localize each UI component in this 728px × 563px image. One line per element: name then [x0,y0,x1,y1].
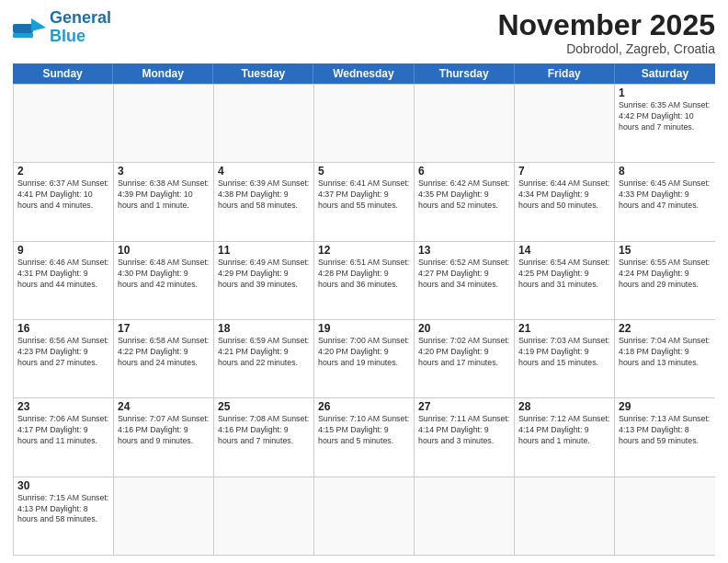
calendar-cell-4-6: 29Sunrise: 7:13 AM Sunset: 4:13 PM Dayli… [615,398,715,476]
month-year: November 2025 [497,9,715,41]
cell-sun-info: Sunrise: 6:48 AM Sunset: 4:30 PM Dayligh… [118,258,210,291]
calendar-cell-2-0: 9Sunrise: 6:46 AM Sunset: 4:31 PM Daylig… [14,242,114,319]
calendar-row-2: 9Sunrise: 6:46 AM Sunset: 4:31 PM Daylig… [14,242,715,320]
cell-day-number: 15 [619,244,711,257]
cell-sun-info: Sunrise: 6:59 AM Sunset: 4:21 PM Dayligh… [218,336,310,369]
weekday-tuesday: Tuesday [213,63,313,84]
calendar-cell-1-1: 3Sunrise: 6:38 AM Sunset: 4:39 PM Daylig… [114,163,214,240]
cell-sun-info: Sunrise: 6:55 AM Sunset: 4:24 PM Dayligh… [619,258,711,291]
calendar-row-1: 2Sunrise: 6:37 AM Sunset: 4:41 PM Daylig… [14,163,715,241]
cell-sun-info: Sunrise: 7:07 AM Sunset: 4:16 PM Dayligh… [118,414,210,447]
cell-day-number: 26 [318,400,410,413]
calendar-cell-0-6: 1Sunrise: 6:35 AM Sunset: 4:42 PM Daylig… [615,85,715,162]
cell-day-number: 9 [17,244,109,257]
cell-sun-info: Sunrise: 6:42 AM Sunset: 4:35 PM Dayligh… [418,178,510,212]
calendar-cell-5-2 [214,477,314,555]
cell-sun-info: Sunrise: 7:13 AM Sunset: 4:13 PM Dayligh… [619,414,711,447]
cell-sun-info: Sunrise: 7:03 AM Sunset: 4:19 PM Dayligh… [518,336,610,369]
logo-icon [13,15,46,40]
calendar-cell-2-4: 13Sunrise: 6:52 AM Sunset: 4:27 PM Dayli… [415,242,515,319]
calendar-cell-0-4 [415,85,515,162]
calendar-cell-5-6 [615,477,715,555]
logo-blue: Blue [50,27,85,45]
calendar-cell-5-1 [114,477,214,555]
calendar-cell-1-2: 4Sunrise: 6:39 AM Sunset: 4:38 PM Daylig… [214,163,314,240]
cell-day-number: 29 [619,400,711,413]
cell-sun-info: Sunrise: 6:51 AM Sunset: 4:28 PM Dayligh… [318,258,410,291]
calendar-cell-5-3 [314,477,415,555]
calendar-cell-5-0: 30Sunrise: 7:15 AM Sunset: 4:13 PM Dayli… [14,477,114,555]
cell-day-number: 18 [218,322,310,335]
cell-day-number: 13 [418,244,510,257]
cell-sun-info: Sunrise: 6:41 AM Sunset: 4:37 PM Dayligh… [318,178,410,212]
cell-day-number: 1 [619,86,711,99]
cell-day-number: 23 [17,400,109,413]
cell-day-number: 25 [218,400,310,413]
cell-day-number: 24 [118,400,210,413]
cell-sun-info: Sunrise: 6:49 AM Sunset: 4:29 PM Dayligh… [218,258,310,291]
weekday-sunday: Sunday [13,63,113,84]
logo-general: General [50,8,111,27]
calendar-cell-3-6: 22Sunrise: 7:04 AM Sunset: 4:18 PM Dayli… [615,320,715,397]
cell-sun-info: Sunrise: 7:10 AM Sunset: 4:15 PM Dayligh… [318,414,410,447]
cell-sun-info: Sunrise: 6:54 AM Sunset: 4:25 PM Dayligh… [518,258,610,291]
calendar-row-0: 1Sunrise: 6:35 AM Sunset: 4:42 PM Daylig… [14,85,715,163]
svg-rect-2 [13,33,33,38]
calendar-cell-4-2: 25Sunrise: 7:08 AM Sunset: 4:16 PM Dayli… [214,398,314,476]
cell-day-number: 16 [17,322,109,335]
cell-day-number: 3 [118,165,210,178]
cell-day-number: 28 [518,400,610,413]
logo: General Blue [13,9,111,46]
cell-sun-info: Sunrise: 7:06 AM Sunset: 4:17 PM Dayligh… [17,414,109,447]
title-block: November 2025 Dobrodol, Zagreb, Croatia [497,9,715,56]
calendar-cell-5-4 [415,477,515,555]
calendar-row-3: 16Sunrise: 6:56 AM Sunset: 4:23 PM Dayli… [14,320,715,398]
cell-day-number: 8 [619,165,711,178]
header: General Blue November 2025 Dobrodol, Zag… [13,9,715,56]
calendar-cell-4-4: 27Sunrise: 7:11 AM Sunset: 4:14 PM Dayli… [415,398,515,476]
cell-day-number: 4 [218,165,310,178]
calendar-cell-4-5: 28Sunrise: 7:12 AM Sunset: 4:14 PM Dayli… [515,398,615,476]
weekday-monday: Monday [113,63,213,84]
calendar-cell-1-3: 5Sunrise: 6:41 AM Sunset: 4:37 PM Daylig… [314,163,415,240]
cell-sun-info: Sunrise: 7:08 AM Sunset: 4:16 PM Dayligh… [218,414,310,447]
calendar-cell-4-1: 24Sunrise: 7:07 AM Sunset: 4:16 PM Dayli… [114,398,214,476]
cell-sun-info: Sunrise: 6:46 AM Sunset: 4:31 PM Dayligh… [17,258,109,291]
cell-sun-info: Sunrise: 7:02 AM Sunset: 4:20 PM Dayligh… [418,336,510,369]
calendar-cell-0-0 [14,85,114,162]
cell-sun-info: Sunrise: 7:00 AM Sunset: 4:20 PM Dayligh… [318,336,410,369]
cell-day-number: 21 [518,322,610,335]
cell-day-number: 5 [318,165,410,178]
cell-day-number: 12 [318,244,410,257]
calendar-cell-5-5 [515,477,615,555]
cell-day-number: 22 [619,322,711,335]
cell-sun-info: Sunrise: 6:52 AM Sunset: 4:27 PM Dayligh… [418,258,510,291]
calendar-cell-0-1 [114,85,214,162]
cell-sun-info: Sunrise: 6:39 AM Sunset: 4:38 PM Dayligh… [218,178,310,212]
calendar-cell-1-5: 7Sunrise: 6:44 AM Sunset: 4:34 PM Daylig… [515,163,615,240]
cell-day-number: 20 [418,322,510,335]
calendar-cell-4-3: 26Sunrise: 7:10 AM Sunset: 4:15 PM Dayli… [314,398,415,476]
calendar-cell-2-2: 11Sunrise: 6:49 AM Sunset: 4:29 PM Dayli… [214,242,314,319]
weekday-friday: Friday [515,63,615,84]
calendar-cell-2-5: 14Sunrise: 6:54 AM Sunset: 4:25 PM Dayli… [515,242,615,319]
cell-day-number: 10 [118,244,210,257]
calendar-cell-1-0: 2Sunrise: 6:37 AM Sunset: 4:41 PM Daylig… [14,163,114,240]
cell-sun-info: Sunrise: 6:56 AM Sunset: 4:23 PM Dayligh… [17,336,109,369]
svg-marker-1 [31,18,46,31]
svg-rect-0 [13,24,33,33]
calendar-cell-2-1: 10Sunrise: 6:48 AM Sunset: 4:30 PM Dayli… [114,242,214,319]
cell-day-number: 6 [418,165,510,178]
calendar-cell-3-2: 18Sunrise: 6:59 AM Sunset: 4:21 PM Dayli… [214,320,314,397]
cell-sun-info: Sunrise: 6:45 AM Sunset: 4:33 PM Dayligh… [619,178,711,212]
cell-day-number: 17 [118,322,210,335]
calendar-row-4: 23Sunrise: 7:06 AM Sunset: 4:17 PM Dayli… [14,398,715,477]
calendar-header: Sunday Monday Tuesday Wednesday Thursday… [13,63,715,84]
cell-sun-info: Sunrise: 7:15 AM Sunset: 4:13 PM Dayligh… [17,493,109,526]
calendar-cell-1-6: 8Sunrise: 6:45 AM Sunset: 4:33 PM Daylig… [615,163,715,240]
cell-day-number: 14 [518,244,610,257]
calendar-cell-3-3: 19Sunrise: 7:00 AM Sunset: 4:20 PM Dayli… [314,320,415,397]
calendar-cell-3-4: 20Sunrise: 7:02 AM Sunset: 4:20 PM Dayli… [415,320,515,397]
cell-sun-info: Sunrise: 6:35 AM Sunset: 4:42 PM Dayligh… [619,100,711,133]
location: Dobrodol, Zagreb, Croatia [497,41,715,56]
